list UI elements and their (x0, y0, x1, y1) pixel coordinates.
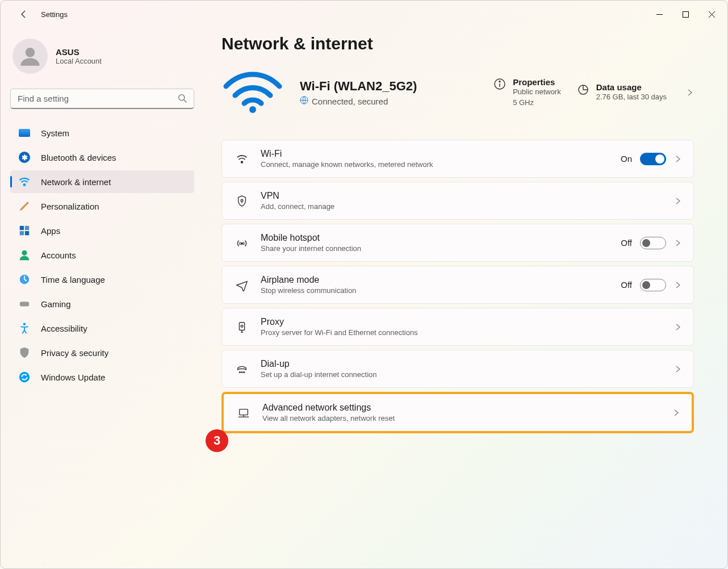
shield-icon (18, 346, 31, 359)
sidebar-item-personalization[interactable]: Personalization (10, 195, 194, 217)
card-hotspot[interactable]: Mobile hotspot Share your internet conne… (221, 224, 694, 262)
card-sub: Share your internet connection (261, 244, 621, 253)
svg-point-15 (23, 323, 26, 325)
chevron-right-icon (674, 239, 682, 247)
connection-ssid: Wi-Fi (WLAN2_5G2) (300, 79, 417, 94)
sidebar-item-bluetooth[interactable]: ✱Bluetooth & devices (10, 146, 194, 169)
svg-rect-1 (683, 11, 688, 17)
svg-point-7 (24, 184, 26, 186)
hotspot-icon (235, 237, 249, 249)
card-advanced-network[interactable]: Advanced network settings View all netwo… (221, 392, 694, 433)
card-proxy[interactable]: Proxy Proxy server for Wi-Fi and Etherne… (221, 308, 694, 346)
svg-rect-8 (20, 226, 24, 230)
data-usage-link[interactable]: Data usage 2.76 GB, last 30 days (577, 82, 667, 102)
connection-status: Connected, secured (312, 97, 388, 106)
card-airplane[interactable]: Airplane mode Stop wireless communicatio… (221, 266, 694, 304)
sidebar-item-label: Apps (41, 226, 60, 236)
sidebar-item-label: System (41, 128, 69, 138)
sidebar-item-accounts[interactable]: Accounts (10, 244, 194, 266)
svg-point-12 (22, 250, 27, 256)
sidebar-item-label: Time & language (41, 275, 105, 284)
sidebar-item-label: Accounts (41, 250, 76, 260)
chevron-right-icon (674, 197, 682, 205)
airplane-toggle[interactable] (640, 279, 666, 291)
profile-sub: Local Account (56, 57, 102, 65)
card-dialup[interactable]: Dial-up Set up a dial-up internet connec… (221, 350, 694, 388)
svg-line-6 (184, 100, 186, 102)
minimize-button[interactable] (646, 4, 672, 24)
card-title: Wi-Fi (261, 149, 621, 159)
annotation-badge-3: 3 (206, 429, 228, 452)
back-button[interactable] (14, 4, 34, 24)
chevron-right-icon (674, 155, 682, 163)
sidebar-item-network[interactable]: Network & internet (10, 170, 194, 193)
card-sub: Connect, manage known networks, metered … (261, 160, 621, 169)
svg-rect-14 (20, 302, 30, 306)
chevron-right-icon (674, 323, 682, 331)
sidebar-item-label: Privacy & security (41, 348, 108, 358)
gamepad-icon (18, 298, 31, 310)
toggle-label: Off (621, 238, 632, 248)
svg-rect-27 (239, 322, 244, 330)
hotspot-toggle[interactable] (640, 237, 666, 249)
close-button[interactable] (698, 4, 725, 24)
svg-rect-9 (25, 226, 29, 230)
svg-point-4 (26, 48, 35, 57)
sidebar-item-windows-update[interactable]: Windows Update (10, 366, 194, 388)
search-input[interactable] (10, 89, 194, 109)
svg-point-32 (241, 371, 242, 373)
properties-sub2: 5 GHz (513, 98, 561, 108)
profile-block[interactable]: ASUS Local Account (0, 39, 204, 74)
accessibility-icon (18, 322, 31, 334)
card-sub: Proxy server for Wi-Fi and Ethernet conn… (261, 328, 674, 337)
chevron-right-icon (672, 409, 680, 417)
paintbrush-icon (18, 200, 31, 212)
sidebar-item-label: Personalization (41, 202, 99, 211)
svg-rect-34 (240, 409, 248, 415)
sidebar-item-gaming[interactable]: Gaming (10, 292, 194, 315)
properties-label: Properties (513, 77, 561, 87)
toggle-label: Off (621, 280, 632, 290)
update-icon (18, 371, 31, 383)
svg-point-17 (249, 106, 256, 113)
sidebar-item-accessibility[interactable]: Accessibility (10, 317, 194, 340)
sidebar-item-apps[interactable]: Apps (10, 219, 194, 242)
card-title: Proxy (261, 317, 674, 327)
dialup-icon (235, 363, 249, 375)
svg-point-33 (244, 371, 245, 373)
sidebar-item-system[interactable]: System (10, 122, 194, 144)
pie-chart-icon (577, 83, 589, 95)
sidebar-item-label: Accessibility (41, 324, 87, 333)
properties-link[interactable]: Properties Public network 5 GHz (493, 77, 561, 107)
system-icon (18, 127, 31, 139)
card-sub: Set up a dial-up internet connection (261, 370, 674, 379)
sidebar-item-time-language[interactable]: Time & language (10, 268, 194, 291)
card-sub: View all network adapters, network reset (262, 414, 672, 422)
card-title: Advanced network settings (262, 403, 672, 413)
card-title: VPN (261, 191, 674, 201)
wifi-toggle[interactable] (640, 153, 666, 165)
wifi-icon (18, 175, 31, 188)
chevron-right-icon (686, 89, 694, 97)
chevron-right-icon (674, 365, 682, 373)
chevron-right-icon (674, 281, 682, 289)
svg-point-24 (241, 199, 243, 202)
properties-sub1: Public network (513, 87, 561, 97)
svg-rect-10 (20, 231, 24, 235)
clock-globe-icon (18, 273, 31, 286)
card-title: Airplane mode (261, 275, 621, 285)
maximize-button[interactable] (672, 4, 698, 24)
network-adapter-icon (236, 407, 251, 419)
page-title: Network & internet (221, 34, 694, 53)
card-title: Dial-up (261, 359, 674, 369)
svg-point-31 (239, 371, 240, 373)
card-sub: Add, connect, manage (261, 202, 674, 211)
sidebar-item-label: Gaming (41, 299, 71, 309)
sidebar-item-privacy[interactable]: Privacy & security (10, 341, 194, 364)
card-wifi[interactable]: Wi-Fi Connect, manage known networks, me… (221, 140, 694, 178)
sidebar-item-label: Windows Update (41, 373, 105, 382)
card-vpn[interactable]: VPN Add, connect, manage (221, 182, 694, 220)
proxy-icon (235, 321, 249, 333)
svg-point-5 (179, 95, 185, 101)
wifi-large-icon (221, 69, 284, 116)
